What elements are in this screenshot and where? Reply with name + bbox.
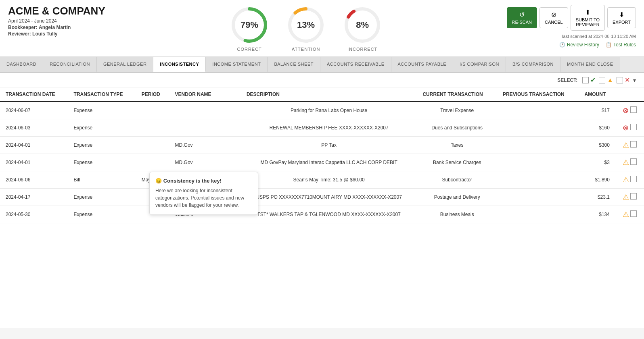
cell-previous	[497, 119, 579, 137]
gauges: 79% CORRECT 13% ATTENTION	[229, 5, 383, 52]
row-checkbox[interactable]	[630, 193, 637, 200]
col-previous: PREVIOUS TRANSACTION	[497, 87, 579, 102]
status-red-icon: ⊗	[623, 124, 629, 132]
cell-status: ⚠	[615, 137, 644, 154]
cell-vendor: MD.Gov	[169, 154, 241, 171]
export-label: EXPORT	[613, 20, 631, 25]
cell-type: Expense	[68, 137, 136, 154]
cell-desc: RENEWAL MEMBERSHIP FEE XXXX-XXXXXX-X2007	[241, 119, 417, 137]
company-info: ACME & COMPANY April 2024 - June 2024 Bo…	[8, 5, 105, 37]
cell-amount: $3	[579, 154, 615, 171]
table-row: 2024-06-06 Bill May Traxus Advisors, LLC…	[0, 171, 644, 189]
rescan-icon: ↺	[519, 11, 525, 19]
action-buttons: ↺ RE-SCAN ⊘ CANCEL ⬆ SUBMIT TOREVIEWER ⬇…	[507, 5, 636, 31]
cell-amount: $300	[579, 137, 615, 154]
select-check-incorrect[interactable]: ✕	[617, 76, 630, 84]
cell-type: Bill	[68, 171, 136, 189]
cancel-button[interactable]: ⊘ CANCEL	[539, 7, 568, 28]
review-history-label: Review History	[567, 42, 599, 48]
cell-amount: $17	[579, 102, 615, 119]
transactions-table: TRANSACTION DATE TRANSACTION TYPE PERIOD…	[0, 87, 644, 223]
table-row: 2024-04-01 Expense MD.Gov PP Tax Taxes $…	[0, 137, 644, 154]
main-content: 😠 Consistency is the key! Here we are lo…	[0, 73, 644, 328]
table-row: 2024-04-01 Expense MD.Gov MD GovPay Mary…	[0, 154, 644, 171]
clock-icon: 🕐	[559, 42, 565, 48]
cell-desc: PP Tax	[241, 137, 417, 154]
table-row: 2024-05-30 Expense Walker's TST* WALKERS…	[0, 206, 644, 223]
rescan-button[interactable]: ↺ RE-SCAN	[507, 7, 537, 28]
cell-previous	[497, 154, 579, 171]
company-bookkeeper: Bookkeeper: Angela Martin	[8, 25, 105, 30]
tab-balance-sheet[interactable]: BALANCE SHEET	[268, 57, 320, 72]
tooltip-emoji: 😠	[155, 178, 162, 184]
select-check-attention[interactable]: ▲	[599, 77, 613, 84]
cancel-label: CANCEL	[545, 20, 563, 25]
cell-period	[136, 137, 169, 154]
select-bar: SELECT: ✔ ▲ ✕ ▾	[0, 73, 644, 87]
tab-accounts-receivable[interactable]: ACCOUNTS RECEIVABLE	[320, 57, 391, 72]
export-button[interactable]: ⬇ EXPORT	[607, 7, 636, 28]
cell-status: ⊗	[615, 102, 644, 119]
cell-previous	[497, 102, 579, 119]
test-rules-link[interactable]: 📋 Test Rules	[606, 42, 636, 48]
correct-value: 79%	[240, 20, 258, 30]
correct-label: CORRECT	[229, 47, 270, 52]
row-checkbox[interactable]	[630, 141, 637, 148]
check-correct-icon: ✔	[590, 76, 596, 84]
cell-amount: $23.1	[579, 189, 615, 206]
check-correct-box[interactable]	[582, 77, 589, 83]
check-attention-box[interactable]	[599, 77, 605, 83]
submit-icon: ⬆	[585, 8, 590, 16]
tab-dashboard[interactable]: DASHBOARD	[0, 57, 43, 72]
tab-reconciliation[interactable]: RECONCILIATION	[43, 57, 97, 72]
submit-label: SUBMIT TOREVIEWER	[576, 17, 600, 27]
attention-value: 13%	[297, 20, 315, 30]
cell-period	[136, 119, 169, 137]
cell-previous	[497, 137, 579, 154]
incorrect-gauge: 8% INCORRECT	[342, 5, 383, 52]
row-checkbox[interactable]	[630, 106, 637, 113]
incorrect-label: INCORRECT	[342, 47, 383, 52]
cell-date: 2024-04-01	[0, 137, 68, 154]
cell-current: Postage and Delivery	[417, 189, 497, 206]
bookkeeper-label: Bookkeeper:	[8, 25, 38, 30]
cell-desc: USPS PO XXXXXXX7710MOUNT AIRY MD XXXX-XX…	[241, 189, 417, 206]
check-attention-icon: ▲	[607, 77, 613, 84]
bookkeeper-value: Angela Martin	[39, 25, 71, 30]
cell-current: Bank Service Charges	[417, 154, 497, 171]
attention-gauge: 13% ATTENTION	[286, 5, 326, 52]
cell-vendor	[169, 119, 241, 137]
row-checkbox[interactable]	[630, 176, 637, 182]
header: ACME & COMPANY April 2024 - June 2024 Bo…	[0, 0, 644, 57]
cell-current: Business Meals	[417, 206, 497, 223]
select-check-correct[interactable]: ✔	[582, 76, 596, 84]
table-row: 2024-06-03 Expense RENEWAL MEMBERSHIP FE…	[0, 119, 644, 137]
cell-type: Expense	[68, 206, 136, 223]
table-header-row: TRANSACTION DATE TRANSACTION TYPE PERIOD…	[0, 87, 644, 102]
cell-date: 2024-04-01	[0, 154, 68, 171]
tab-month-end-close[interactable]: MONTH END CLOSE	[560, 57, 620, 72]
col-date: TRANSACTION DATE	[0, 87, 68, 102]
select-chevron-icon[interactable]: ▾	[633, 77, 636, 83]
tab-income-statement[interactable]: INCOME STATEMENT	[206, 57, 268, 72]
table-row: 2024-06-07 Expense Parking for Rana Labs…	[0, 102, 644, 119]
row-checkbox[interactable]	[630, 210, 637, 217]
submit-button[interactable]: ⬆ SUBMIT TOREVIEWER	[571, 5, 605, 31]
row-checkbox[interactable]	[630, 158, 637, 165]
rescan-label: RE-SCAN	[512, 20, 532, 25]
tab-general-ledger[interactable]: GENERAL LEDGER	[97, 57, 153, 72]
row-checkbox[interactable]	[630, 124, 637, 130]
attention-label: ATTENTION	[286, 47, 326, 52]
check-incorrect-box[interactable]	[617, 77, 623, 83]
tab-is-comparison[interactable]: I/S COMPARISON	[453, 57, 506, 72]
cell-vendor: MD.Gov	[169, 137, 241, 154]
tab-accounts-payable[interactable]: ACCOUNTS PAYABLE	[391, 57, 453, 72]
cell-current: Travel Expense	[417, 102, 497, 119]
cell-previous	[497, 171, 579, 189]
cell-desc: TST* WALKERS TAP & TGLENWOOD MD XXXX-XXX…	[241, 206, 417, 223]
review-history-link[interactable]: 🕐 Review History	[559, 42, 599, 48]
tab-bs-comparison[interactable]: B/S COMPARISON	[506, 57, 560, 72]
tab-inconsistency[interactable]: INCONSISTENCY	[153, 57, 206, 72]
check-incorrect-icon: ✕	[625, 76, 630, 84]
cell-type: Expense	[68, 102, 136, 119]
